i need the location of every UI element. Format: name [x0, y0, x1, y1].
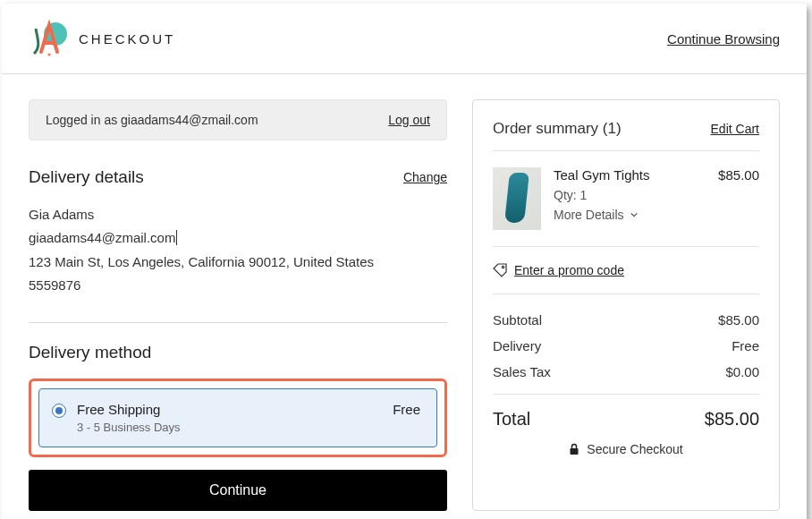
shipping-option-label: Free Shipping: [77, 402, 382, 417]
item-price: $85.00: [718, 167, 759, 230]
summary-header: Order summary (1) Edit Cart: [493, 120, 759, 138]
delivery-email: giaadams44@zmail.com: [29, 230, 177, 245]
totals-block: Subtotal $85.00 Delivery Free Sales Tax …: [493, 294, 759, 430]
item-thumbnail: [493, 167, 541, 230]
shipping-option-free[interactable]: Free Shipping 3 - 5 Business Days Free: [38, 388, 437, 447]
divider: [29, 322, 447, 323]
lock-icon: [569, 443, 579, 455]
svg-point-2: [502, 266, 503, 268]
shipping-option-price: Free: [393, 402, 420, 417]
shipping-option-sub: 3 - 5 Business Days: [77, 421, 382, 434]
header: CHECKOUT Continue Browsing: [2, 4, 807, 74]
subtotal-line: Subtotal $85.00: [493, 307, 759, 333]
cart-item: Teal Gym Tights Qty: 1 More Details $85.…: [493, 150, 759, 230]
checkout-page: CHECKOUT Continue Browsing Logged in as …: [2, 4, 807, 519]
chevron-down-icon: [630, 210, 639, 219]
promo-code-link[interactable]: Enter a promo code: [514, 263, 624, 277]
change-delivery-link[interactable]: Change: [403, 170, 447, 184]
promo-row: Enter a promo code: [493, 246, 759, 277]
delivery-details-body: Gia Adams giaadams44@zmail.com 123 Main …: [29, 203, 447, 297]
logged-in-text: Logged in as giaadams44@zmail.com: [46, 113, 258, 127]
radio-selected-icon: [52, 404, 66, 418]
summary-title: Order summary (1): [493, 120, 622, 138]
logo-area: CHECKOUT: [29, 20, 175, 57]
page-title: CHECKOUT: [79, 31, 175, 47]
grand-total-line: Total $85.00: [493, 394, 759, 430]
tag-icon: [493, 263, 507, 277]
edit-cart-link[interactable]: Edit Cart: [711, 122, 759, 136]
delivery-details-title: Delivery details: [29, 167, 144, 187]
delivery-method-title: Delivery method: [29, 343, 447, 362]
svg-rect-3: [571, 448, 579, 455]
delivery-name: Gia Adams: [29, 203, 447, 226]
login-bar: Logged in as giaadams44@zmail.com Log ou…: [29, 99, 447, 140]
content: Logged in as giaadams44@zmail.com Log ou…: [2, 74, 807, 519]
continue-browsing-link[interactable]: Continue Browsing: [667, 31, 780, 47]
logout-link[interactable]: Log out: [388, 113, 430, 127]
continue-button[interactable]: Continue: [29, 470, 447, 511]
more-details-toggle[interactable]: More Details: [554, 208, 706, 222]
item-name: Teal Gym Tights: [554, 167, 706, 183]
delivery-details-header: Delivery details Change: [29, 167, 447, 187]
svg-point-1: [48, 54, 51, 56]
delivery-line: Delivery Free: [493, 333, 759, 359]
left-column: Logged in as giaadams44@zmail.com Log ou…: [29, 99, 447, 511]
tax-line: Sales Tax $0.00: [493, 359, 759, 385]
delivery-method-highlight: Free Shipping 3 - 5 Business Days Free: [29, 379, 447, 457]
delivery-phone: 5559876: [29, 274, 447, 297]
secure-checkout-label: Secure Checkout: [493, 442, 759, 456]
brand-logo: [29, 20, 70, 57]
item-qty: Qty: 1: [554, 188, 706, 202]
delivery-address: 123 Main St, Los Angeles, California 900…: [29, 251, 447, 274]
order-summary-panel: Order summary (1) Edit Cart Teal Gym Tig…: [472, 99, 780, 511]
